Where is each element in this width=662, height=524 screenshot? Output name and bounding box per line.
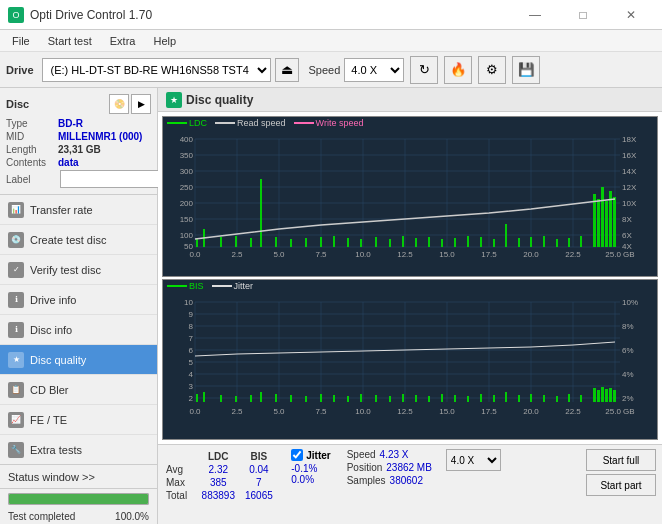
progress-bar-outer xyxy=(8,493,149,505)
svg-text:2: 2 xyxy=(189,394,194,403)
eject-button[interactable]: ⏏ xyxy=(275,58,299,82)
nav-cd-bler[interactable]: 📋 CD Bler xyxy=(0,375,157,405)
speed-select-stat[interactable]: 4.0 X xyxy=(446,449,501,471)
svg-rect-134 xyxy=(415,395,417,402)
svg-rect-54 xyxy=(290,239,292,247)
menu-start-test[interactable]: Start test xyxy=(40,33,100,49)
position-label-stat: Position xyxy=(347,462,383,473)
nav-create-test-disc[interactable]: 💿 Create test disc xyxy=(0,225,157,255)
disc-length-label: Length xyxy=(6,144,58,155)
svg-rect-50 xyxy=(235,236,237,247)
disc-label-row: Label 🔍 xyxy=(6,170,151,188)
nav-extra-tests[interactable]: 🔧 Extra tests xyxy=(0,435,157,464)
nav-create-test-disc-label: Create test disc xyxy=(30,234,106,246)
nav-disc-info[interactable]: ℹ Disc info xyxy=(0,315,157,345)
write-speed-legend-color xyxy=(294,122,314,124)
status-window-button[interactable]: Status window >> xyxy=(0,465,157,489)
svg-rect-128 xyxy=(333,395,335,402)
nav-drive-info[interactable]: ℹ Drive info xyxy=(0,285,157,315)
svg-text:10.0: 10.0 xyxy=(355,407,371,416)
extra-tests-icon: 🔧 xyxy=(8,442,24,458)
drive-label: Drive xyxy=(6,64,34,76)
main-content: Disc 📀 ▶ Type BD-R MID MILLENMR1 (000) L… xyxy=(0,88,662,524)
disc-header: Disc 📀 ▶ xyxy=(6,94,151,114)
max-row: Max 385 7 xyxy=(166,477,277,488)
svg-rect-78 xyxy=(597,199,600,247)
svg-rect-65 xyxy=(441,239,443,247)
start-full-button[interactable]: Start full xyxy=(586,449,656,471)
window-controls: — □ ✕ xyxy=(512,5,654,25)
max-label: Max xyxy=(166,477,196,488)
total-bis: 16065 xyxy=(241,490,278,501)
settings-button[interactable]: ⚙ xyxy=(478,56,506,84)
svg-rect-131 xyxy=(375,395,377,402)
progress-bar-container xyxy=(0,489,157,509)
disc-label-label: Label xyxy=(6,174,58,185)
disc-icon-btn-2[interactable]: ▶ xyxy=(131,94,151,114)
jitter-legend-color xyxy=(212,285,232,287)
stats-table: LDC BIS Avg 2.32 0.04 Max 385 xyxy=(164,449,279,503)
nav-transfer-rate[interactable]: 📊 Transfer rate xyxy=(0,195,157,225)
speed-select[interactable]: 4.0 X xyxy=(344,58,404,82)
svg-text:25.0 GB: 25.0 GB xyxy=(605,250,634,259)
drive-select[interactable]: (E:) HL-DT-ST BD-RE WH16NS58 TST4 xyxy=(42,58,271,82)
disc-icon-btn-1[interactable]: 📀 xyxy=(109,94,129,114)
svg-text:17.5: 17.5 xyxy=(481,250,497,259)
save-button[interactable]: 💾 xyxy=(512,56,540,84)
samples-row: Samples 380602 xyxy=(347,475,432,486)
nav-disc-quality-label: Disc quality xyxy=(30,354,86,366)
svg-rect-120 xyxy=(220,395,222,402)
svg-rect-68 xyxy=(480,237,482,247)
svg-rect-49 xyxy=(220,237,222,247)
stats-bar: LDC BIS Avg 2.32 0.04 Max 385 xyxy=(158,444,662,524)
avg-bis: 0.04 xyxy=(241,464,278,475)
svg-rect-150 xyxy=(601,387,604,402)
menu-file[interactable]: File xyxy=(4,33,38,49)
svg-text:10X: 10X xyxy=(622,199,637,208)
menu-help[interactable]: Help xyxy=(145,33,184,49)
svg-rect-53 xyxy=(275,237,277,247)
burn-button[interactable]: 🔥 xyxy=(444,56,472,84)
svg-text:22.5: 22.5 xyxy=(565,407,581,416)
maximize-button[interactable]: □ xyxy=(560,5,606,25)
read-speed-legend-color xyxy=(215,122,235,124)
svg-text:22.5: 22.5 xyxy=(565,250,581,259)
jitter-label: Jitter xyxy=(306,450,330,461)
transfer-rate-icon: 📊 xyxy=(8,202,24,218)
disc-info-icon: ℹ xyxy=(8,322,24,338)
start-part-button[interactable]: Start part xyxy=(586,474,656,496)
jitter-legend-label: Jitter xyxy=(234,281,254,291)
disc-icons: 📀 ▶ xyxy=(109,94,151,114)
jitter-checkbox[interactable] xyxy=(291,449,303,461)
minimize-button[interactable]: — xyxy=(512,5,558,25)
total-row: Total 883893 16065 xyxy=(166,490,277,501)
close-button[interactable]: ✕ xyxy=(608,5,654,25)
svg-rect-135 xyxy=(428,396,430,402)
svg-text:20.0: 20.0 xyxy=(523,407,539,416)
jitter-stats: Jitter -0.1% 0.0% xyxy=(291,449,330,485)
nav-verify-test-disc[interactable]: ✓ Verify test disc xyxy=(0,255,157,285)
drive-info-icon: ℹ xyxy=(8,292,24,308)
svg-rect-82 xyxy=(613,197,616,247)
svg-text:8%: 8% xyxy=(622,322,634,331)
svg-text:10.0: 10.0 xyxy=(355,250,371,259)
samples-value-stat: 380602 xyxy=(390,475,423,486)
svg-rect-125 xyxy=(290,395,292,402)
max-bis: 7 xyxy=(241,477,278,488)
menu-extra[interactable]: Extra xyxy=(102,33,144,49)
svg-text:12.5: 12.5 xyxy=(397,250,413,259)
nav-fe-te[interactable]: 📈 FE / TE xyxy=(0,405,157,435)
svg-rect-70 xyxy=(505,224,507,247)
title-bar-left: O Opti Drive Control 1.70 xyxy=(8,7,152,23)
top-chart-legend: LDC Read speed Write speed xyxy=(163,117,657,129)
status-progress-label: 100.0% xyxy=(115,511,149,522)
speed-label-stat: Speed xyxy=(347,449,376,460)
refresh-button[interactable]: ↻ xyxy=(410,56,438,84)
nav-disc-quality[interactable]: ★ Disc quality xyxy=(0,345,157,375)
svg-text:6: 6 xyxy=(189,346,194,355)
svg-rect-122 xyxy=(250,395,252,402)
svg-text:16X: 16X xyxy=(622,151,637,160)
svg-text:7.5: 7.5 xyxy=(315,407,327,416)
right-panel: ★ Disc quality LDC Read speed xyxy=(158,88,662,524)
disc-type-value: BD-R xyxy=(58,118,83,129)
